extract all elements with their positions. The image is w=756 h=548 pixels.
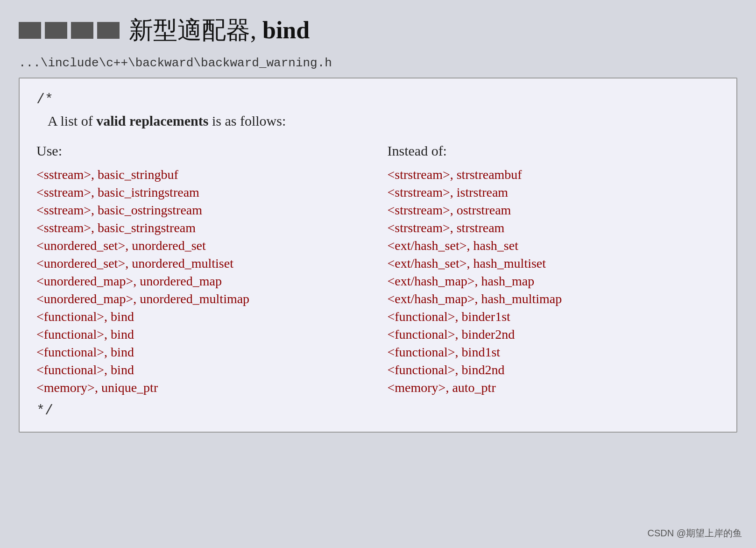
col-instead-header: Instead of: (388, 143, 720, 159)
list-item: <functional>, bind1st (388, 345, 720, 360)
list-item: <strstream>, istrstream (388, 185, 720, 200)
list-item: <memory>, auto_ptr (388, 380, 720, 395)
list-item: <unordered_set>, unordered_multiset (36, 256, 369, 271)
list-item: <functional>, bind (36, 345, 369, 360)
list-item: <ext/hash_set>, hash_set (388, 238, 720, 253)
list-item: <sstream>, basic_ostringstream (36, 203, 369, 218)
header: 新型適配器, bind (19, 14, 737, 47)
list-item: <unordered_set>, unordered_set (36, 238, 369, 253)
page-container: 新型適配器, bind ...\include\c++\backward\bac… (0, 0, 756, 548)
icon-block-4 (97, 22, 120, 39)
list-item: <functional>, bind (36, 363, 369, 377)
list-item: <sstream>, basic_istringstream (36, 185, 369, 200)
list-item: <strstream>, strstreambuf (388, 167, 720, 182)
page-title: 新型適配器, bind (129, 14, 310, 47)
list-item: <functional>, bind2nd (388, 363, 720, 377)
list-item: <memory>, unique_ptr (36, 380, 369, 395)
replacement-table: Use: <sstream>, basic_stringbuf <sstream… (36, 143, 720, 395)
list-item: <unordered_map>, unordered_multimap (36, 292, 369, 306)
header-icons (19, 22, 120, 39)
watermark: CSDN @期望上岸的鱼 (647, 527, 742, 540)
list-item: <strstream>, ostrstream (388, 203, 720, 218)
file-path: ...\include\c++\backward\backward_warnin… (19, 56, 737, 70)
icon-block-3 (71, 22, 93, 39)
open-comment: /* (36, 92, 720, 107)
list-item: <ext/hash_map>, hash_multimap (388, 292, 720, 306)
intro-text: A list of valid replacements is as follo… (48, 113, 720, 129)
list-item: <functional>, binder2nd (388, 327, 720, 342)
list-item: <functional>, bind (36, 309, 369, 324)
code-box: /* A list of valid replacements is as fo… (19, 78, 737, 433)
list-item: <unordered_map>, unordered_map (36, 274, 369, 289)
list-item: <functional>, binder1st (388, 309, 720, 324)
list-item: <sstream>, basic_stringstream (36, 221, 369, 235)
col-use-header: Use: (36, 143, 369, 159)
close-comment: */ (36, 403, 720, 419)
icon-block-2 (45, 22, 67, 39)
list-item: <sstream>, basic_stringbuf (36, 167, 369, 182)
col-use: Use: <sstream>, basic_stringbuf <sstream… (36, 143, 369, 395)
list-item: <ext/hash_map>, hash_map (388, 274, 720, 289)
list-item: <strstream>, strstream (388, 221, 720, 235)
col-instead: Instead of: <strstream>, strstreambuf <s… (388, 143, 720, 395)
list-item: <ext/hash_set>, hash_multiset (388, 256, 720, 271)
list-item: <functional>, bind (36, 327, 369, 342)
icon-block-1 (19, 22, 41, 39)
